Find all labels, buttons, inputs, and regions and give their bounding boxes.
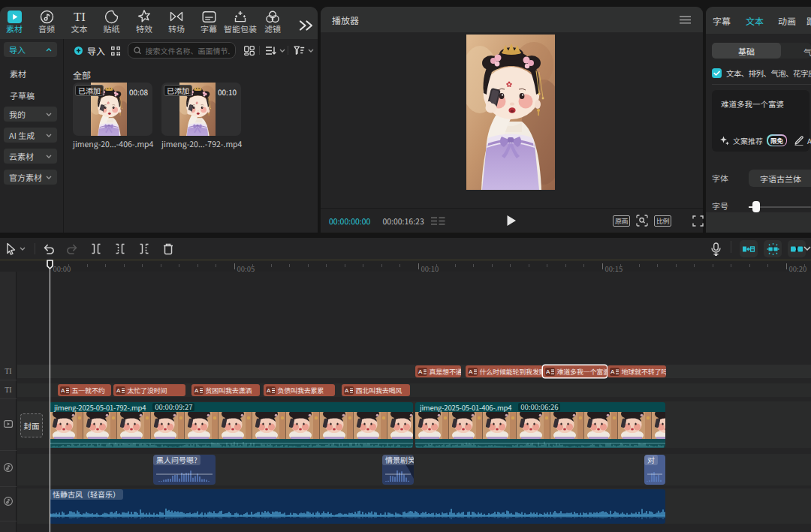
svg-text:A: A [418, 368, 423, 374]
svg-text:A: A [345, 387, 349, 393]
svg-text:TI: TI [73, 10, 85, 23]
svg-text:A: A [267, 387, 271, 393]
svg-text:A: A [546, 368, 550, 374]
svg-text:A: A [61, 387, 65, 393]
svg-text:A: A [194, 387, 199, 393]
svg-text:A: A [611, 368, 615, 374]
svg-text:A: A [116, 387, 121, 393]
svg-text:A: A [469, 368, 473, 374]
